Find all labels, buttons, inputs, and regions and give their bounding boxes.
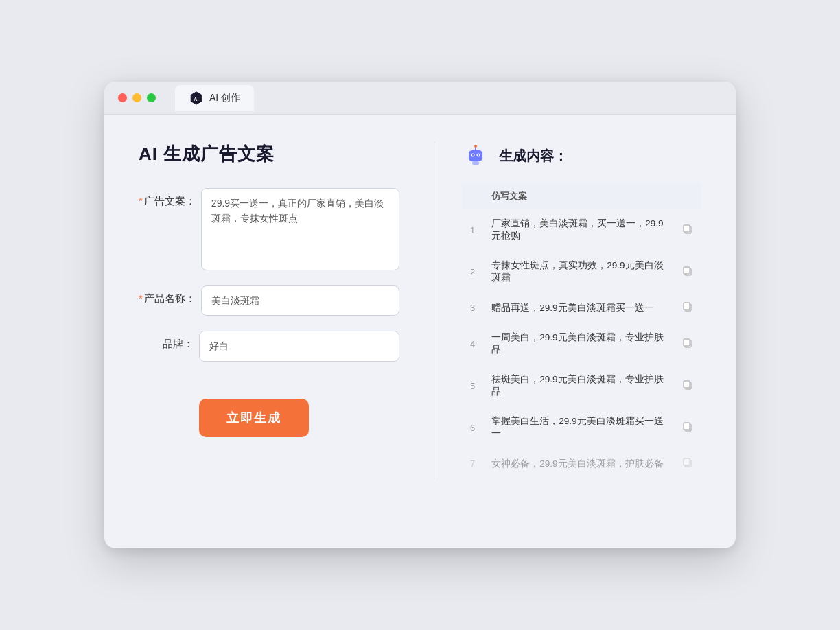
row-text: 掌握美白生活，29.9元美白淡斑霜买一送一 [483, 407, 674, 449]
generate-button[interactable]: 立即生成 [199, 399, 309, 437]
copy-button[interactable] [674, 323, 701, 365]
row-num: 4 [462, 323, 483, 365]
svg-rect-21 [684, 423, 690, 430]
panel-divider [434, 142, 434, 479]
svg-rect-2 [469, 150, 482, 161]
row-text: 赠品再送，29.9元美白淡斑霜买一送一 [483, 293, 674, 323]
table-row: 7女神必备，29.9元美白淡斑霜，护肤必备 [462, 449, 701, 479]
tab-label: AI 创作 [209, 92, 240, 104]
ad-copy-input[interactable] [201, 188, 399, 270]
copy-button[interactable] [674, 365, 701, 407]
row-text: 一周美白，29.9元美白淡斑霜，专业护肤品 [483, 323, 674, 365]
svg-rect-11 [684, 225, 690, 232]
svg-rect-17 [684, 339, 690, 346]
result-table: 仿写文案 1厂家直销，美白淡斑霜，买一送一，29.9元抢购2专抹女性斑点，真实功… [462, 183, 701, 479]
result-header: 生成内容： [462, 142, 701, 170]
brand-label: 品牌： [139, 331, 194, 351]
row-num: 1 [462, 209, 483, 251]
right-panel: 生成内容： 仿写文案 1厂家直销，美白淡斑霜，买一送一，29.9元抢购2专抹女性… [441, 142, 701, 479]
browser-content: AI 生成广告文案 *广告文案： *产品名称： 品牌： [104, 115, 736, 506]
product-name-group: *产品名称： [139, 285, 399, 316]
table-row: 2专抹女性斑点，真实功效，29.9元美白淡斑霜 [462, 251, 701, 293]
ai-tab-icon: AI [189, 91, 204, 106]
table-header-row: 仿写文案 [462, 183, 701, 209]
ad-copy-group: *广告文案： [139, 188, 399, 270]
copy-button[interactable] [674, 449, 701, 479]
traffic-light-red[interactable] [118, 93, 127, 102]
product-name-label: *产品名称： [139, 285, 196, 305]
svg-rect-15 [684, 303, 690, 310]
brand-input[interactable] [199, 331, 399, 361]
svg-rect-23 [684, 458, 690, 465]
table-row: 4一周美白，29.9元美白淡斑霜，专业护肤品 [462, 323, 701, 365]
table-row: 5祛斑美白，29.9元美白淡斑霜，专业护肤品 [462, 365, 701, 407]
row-num: 6 [462, 407, 483, 449]
copy-button[interactable] [674, 251, 701, 293]
brand-group: 品牌： [139, 331, 399, 361]
row-num: 3 [462, 293, 483, 323]
table-header-action [674, 183, 701, 209]
svg-rect-9 [472, 161, 479, 165]
row-num: 7 [462, 449, 483, 479]
table-row: 3赠品再送，29.9元美白淡斑霜买一送一 [462, 293, 701, 323]
product-name-input[interactable] [201, 285, 399, 316]
result-title: 生成内容： [499, 147, 568, 165]
browser-titlebar: AI AI 创作 [104, 82, 736, 115]
row-text: 专抹女性斑点，真实功效，29.9元美白淡斑霜 [483, 251, 674, 293]
svg-point-8 [474, 145, 477, 148]
copy-button[interactable] [674, 407, 701, 449]
browser-window: AI AI 创作 AI 生成广告文案 *广告文案： *产品名称： [104, 82, 736, 548]
svg-point-6 [478, 154, 479, 156]
svg-point-5 [472, 154, 474, 156]
row-text: 女神必备，29.9元美白淡斑霜，护肤必备 [483, 449, 674, 479]
table-header-copy: 仿写文案 [483, 183, 674, 209]
svg-rect-19 [684, 381, 690, 388]
table-row: 1厂家直销，美白淡斑霜，买一送一，29.9元抢购 [462, 209, 701, 251]
robot-icon [462, 142, 489, 170]
svg-text:AI: AI [194, 95, 198, 102]
table-row: 6掌握美白生活，29.9元美白淡斑霜买一送一 [462, 407, 701, 449]
ad-copy-label: *广告文案： [139, 188, 196, 208]
row-text: 祛斑美白，29.9元美白淡斑霜，专业护肤品 [483, 365, 674, 407]
traffic-light-yellow[interactable] [132, 93, 141, 102]
traffic-lights [118, 93, 156, 102]
copy-button[interactable] [674, 209, 701, 251]
row-num: 5 [462, 365, 483, 407]
generate-button-container: 立即生成 [139, 377, 399, 437]
traffic-light-green[interactable] [147, 93, 156, 102]
product-required-star: * [139, 292, 143, 304]
copy-button[interactable] [674, 293, 701, 323]
browser-tab[interactable]: AI AI 创作 [175, 85, 254, 111]
svg-rect-13 [684, 267, 690, 274]
left-panel: AI 生成广告文案 *广告文案： *产品名称： 品牌： [139, 142, 427, 479]
page-title: AI 生成广告文案 [139, 142, 399, 166]
row-num: 2 [462, 251, 483, 293]
row-text: 厂家直销，美白淡斑霜，买一送一，29.9元抢购 [483, 209, 674, 251]
table-header-num [462, 183, 483, 209]
ad-copy-required-star: * [139, 195, 143, 207]
